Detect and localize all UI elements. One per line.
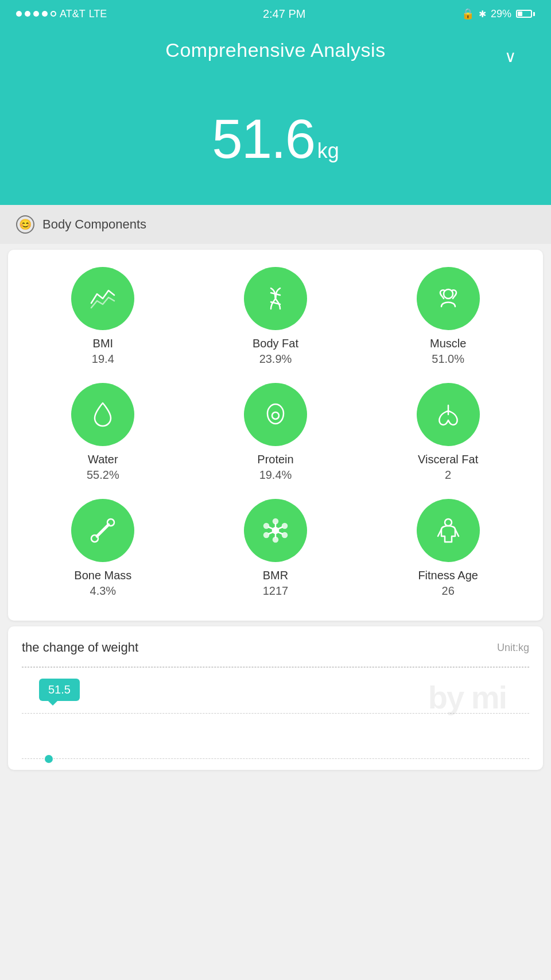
body-fat-label: Body Fat — [253, 337, 298, 350]
chart-title: the change of weight — [22, 640, 138, 655]
header: Comprehensive Analysis ∨ — [0, 28, 551, 84]
metric-bmi[interactable]: BMI 19.4 — [20, 267, 187, 366]
chart-icon — [87, 282, 119, 315]
svg-line-4 — [97, 525, 108, 536]
bmi-circle — [71, 267, 134, 330]
weight-value: 51.6 — [212, 108, 315, 169]
bone-icon — [87, 514, 119, 547]
body-fat-value: 23.9% — [259, 353, 292, 366]
time-display: 2:47 PM — [263, 7, 305, 21]
chart-tooltip: 51.5 — [39, 679, 80, 701]
svg-point-14 — [264, 533, 269, 537]
metric-visceral-fat[interactable]: Visceral Fat 2 — [364, 383, 531, 482]
protein-circle — [244, 383, 307, 446]
status-bar: AT&T LTE 2:47 PM 🔒 ✱ 29% — [0, 0, 551, 28]
network-label: LTE — [89, 8, 107, 20]
visceral-fat-value: 2 — [445, 468, 451, 482]
battery-percent: 29% — [491, 8, 511, 20]
header-title: Comprehensive Analysis — [165, 39, 385, 61]
bmi-value: 19.4 — [92, 353, 114, 366]
signal-dots — [16, 11, 56, 17]
svg-point-15 — [282, 533, 287, 537]
body-components-section-label: 😊 Body Components — [0, 205, 551, 244]
status-left: AT&T LTE — [16, 8, 107, 20]
body-icon — [432, 514, 464, 547]
bluetooth-icon: ✱ — [479, 9, 486, 20]
chart-unit: Unit:kg — [497, 642, 529, 654]
metric-water[interactable]: Water 55.2% — [20, 383, 187, 482]
chart-line-bottom — [22, 758, 529, 759]
avocado-icon — [259, 398, 292, 431]
chart-header: the change of weight Unit:kg — [22, 640, 529, 655]
bmr-value: 1217 — [263, 584, 289, 598]
bone-mass-value: 4.3% — [90, 584, 117, 598]
svg-point-13 — [282, 524, 287, 528]
lungs-icon — [432, 398, 464, 431]
metric-muscle[interactable]: Muscle 51.0% — [364, 267, 531, 366]
section-title: Body Components — [42, 217, 146, 232]
metric-bmr[interactable]: BMR 1217 — [192, 499, 359, 598]
fitness-age-label: Fitness Age — [418, 569, 478, 582]
muscle-value: 51.0% — [432, 353, 464, 366]
dna-icon — [259, 282, 292, 315]
bmi-label: BMI — [93, 337, 114, 350]
metric-bone-mass[interactable]: Bone Mass 4.3% — [20, 499, 187, 598]
smiley-icon: 😊 — [16, 215, 34, 234]
visceral-fat-circle — [417, 383, 480, 446]
svg-point-6 — [107, 519, 114, 526]
molecule-icon — [259, 514, 292, 547]
weight-section: 51.6 kg — [0, 84, 551, 205]
svg-line-19 — [278, 527, 282, 529]
dot-3 — [33, 11, 39, 17]
svg-point-3 — [272, 412, 279, 419]
dot-2 — [25, 11, 30, 17]
bone-mass-label: Bone Mass — [74, 569, 131, 582]
protein-label: Protein — [257, 453, 293, 466]
battery-icon — [516, 10, 535, 18]
carrier-label: AT&T — [60, 8, 86, 20]
svg-line-21 — [278, 532, 282, 534]
bmr-label: BMR — [263, 569, 288, 582]
svg-line-18 — [269, 527, 273, 529]
dot-1 — [16, 11, 22, 17]
muscle-circle — [417, 267, 480, 330]
metric-protein[interactable]: Protein 19.4% — [192, 383, 359, 482]
fitness-age-circle — [417, 499, 480, 562]
chart-line-middle — [22, 713, 529, 714]
dot-4 — [42, 11, 48, 17]
metric-body-fat[interactable]: Body Fat 23.9% — [192, 267, 359, 366]
svg-point-22 — [445, 519, 452, 526]
status-right: 🔒 ✱ 29% — [461, 7, 535, 20]
weight-unit: kg — [317, 139, 339, 162]
chart-area: 51.5 by mi — [22, 667, 529, 758]
muscle-label: Muscle — [430, 337, 466, 350]
weight-chart-card: the change of weight Unit:kg 51.5 by mi — [8, 626, 543, 770]
dot-5 — [51, 11, 56, 17]
metric-fitness-age[interactable]: Fitness Age 26 — [364, 499, 531, 598]
protein-value: 19.4% — [259, 468, 292, 482]
lock-icon: 🔒 — [461, 7, 474, 20]
svg-point-12 — [264, 524, 269, 528]
chart-ghost-text: by mi — [428, 679, 506, 716]
chart-data-point — [45, 755, 53, 763]
body-components-card: BMI 19.4 Body Fat 23.9% — [8, 250, 543, 621]
svg-point-5 — [91, 535, 98, 542]
body-fat-circle — [244, 267, 307, 330]
water-icon — [87, 398, 119, 431]
svg-line-20 — [269, 532, 273, 534]
metrics-grid: BMI 19.4 Body Fat 23.9% — [20, 267, 531, 598]
chevron-down-icon[interactable]: ∨ — [505, 47, 517, 65]
visceral-fat-label: Visceral Fat — [418, 453, 478, 466]
bmr-circle — [244, 499, 307, 562]
water-circle — [71, 383, 134, 446]
muscle-icon — [432, 282, 464, 315]
water-label: Water — [88, 453, 118, 466]
bone-mass-circle — [71, 499, 134, 562]
fitness-age-value: 26 — [442, 584, 455, 598]
chart-line-top — [22, 667, 529, 668]
water-value: 55.2% — [87, 468, 119, 482]
svg-point-9 — [273, 528, 278, 533]
